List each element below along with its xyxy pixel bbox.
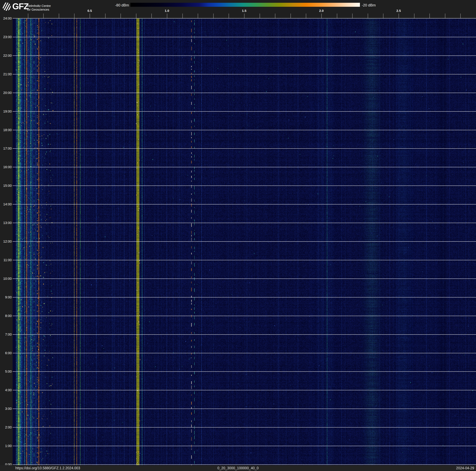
freq-tick [28,14,28,18]
time-tick-label: 21:00 [0,72,12,76]
time-tick-label: 4:00 [0,388,12,392]
time-tick-label: 12:00 [0,239,12,243]
freq-tick [460,14,461,18]
freq-tick [399,14,399,18]
gfz-logo-icon [2,2,11,11]
time-tick-label: 19:00 [0,109,12,113]
hour-gridline [13,464,476,465]
time-tick-label: 24:00 [0,17,12,20]
dataset-params-label: 0_20_3000_100000_40_0 [217,466,259,470]
hour-gridline [13,241,476,242]
hour-gridline [13,204,476,204]
freq-tick [167,14,167,18]
hour-gridline [13,130,476,130]
frequency-axis-baseline [13,18,476,18]
hour-gridline [13,185,476,186]
time-tick-label: 18:00 [0,128,12,132]
hour-gridline [13,334,476,335]
freq-tick [105,14,105,18]
colorbar-min-label: -80 dBm [107,3,129,7]
time-tick-label: 5:00 [0,370,12,374]
hour-gridline [13,223,476,223]
time-tick-label: 20:00 [0,91,12,95]
time-tick-label: 1:00 [0,444,12,448]
freq-tick [445,14,445,18]
gfz-logo-tagline-line1: Helmholtz Centre [27,4,51,8]
hour-gridline [13,446,476,446]
freq-tick-label: 2.5 [392,9,405,13]
freq-tick [59,14,59,18]
freq-tick [120,14,121,18]
time-tick-label: 16:00 [0,165,12,169]
gfz-logo-tagline-line2: for Geosciences [27,8,51,11]
freq-tick [321,14,322,18]
freq-tick [182,14,183,18]
freq-tick [429,14,430,18]
time-tick-label: 15:00 [0,184,12,188]
hour-gridline [13,167,476,167]
freq-tick [290,14,291,18]
hour-gridline [13,74,476,74]
footer-bar: https://doi.org/10.5880/GFZ.1.2.2024.003… [0,465,476,471]
date-label: 2024-04-29 [456,466,474,470]
freq-tick [74,14,74,18]
time-tick-label: 10:00 [0,277,12,281]
hour-gridline [13,260,476,260]
hour-gridline [13,297,476,297]
time-tick-label: 11:00 [0,258,12,262]
hour-gridline [13,55,476,56]
time-tick-label: 6:00 [0,351,12,355]
time-tick-label: 2:00 [0,425,12,429]
hour-gridline [13,93,476,93]
hour-gridline [13,353,476,353]
freq-tick [90,14,90,18]
gfz-logo-acronym: GFZ [12,1,29,11]
freq-tick [275,14,275,18]
time-tick-label: 9:00 [0,295,12,299]
freq-tick-label: 0.5 [84,9,96,13]
freq-tick [337,14,337,18]
freq-tick-label: 1.0 [161,9,173,13]
freq-tick [414,14,414,18]
colorbar-max-label: -20 dBm [362,3,386,7]
hour-gridline [13,371,476,372]
time-tick-label: 17:00 [0,146,12,150]
time-tick-label: 7:00 [0,332,12,337]
gfz-logo-tagline: Helmholtz Centre for Geosciences [27,4,51,11]
freq-tick [43,14,44,18]
hour-gridline [13,427,476,428]
freq-tick [306,14,306,18]
freq-tick [152,14,152,18]
hour-gridline [13,111,476,112]
time-tick-label: 13:00 [0,221,12,225]
hour-gridline [13,148,476,149]
time-tick-label: 22:00 [0,54,12,58]
freq-tick-label: 2.0 [315,9,327,13]
freq-tick [368,14,368,18]
freq-tick [229,14,229,18]
time-tick-label: 8:00 [0,314,12,318]
time-tick-label: 14:00 [0,202,12,206]
doi-label: https://doi.org/10.5880/GFZ.1.2.2024.003 [15,466,80,470]
freq-tick [213,14,214,18]
hour-gridline [13,279,476,279]
spectrogram-heatmap [15,18,476,465]
freq-tick [198,14,198,18]
hour-gridline [13,390,476,390]
freq-tick-label: 1.5 [238,9,250,13]
freq-tick [244,14,244,18]
time-tick-label: 3:00 [0,407,12,411]
freq-tick [136,14,136,18]
hour-gridline [13,37,476,37]
freq-tick [352,14,353,18]
hour-gridline [13,409,476,409]
colorbar-gradient [130,3,360,7]
freq-tick [260,14,260,18]
time-tick-label: 23:00 [0,35,12,39]
freq-tick [383,14,383,18]
hour-gridline [13,316,476,316]
